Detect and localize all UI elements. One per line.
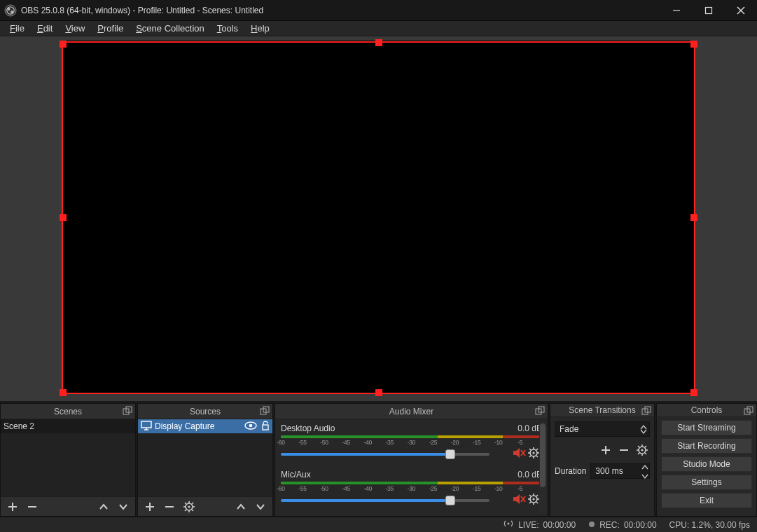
svg-line-33 [185,510,186,511]
mixer-track: Desktop Audio 0.0 dB -60 -55 -50 -45 -40… [281,424,542,460]
exit-button[interactable]: Exit [661,493,752,508]
move-scene-up-button[interactable] [96,499,111,514]
duration-value: 300 ms [595,466,623,476]
move-source-up-button[interactable] [233,499,249,514]
mute-button-icon[interactable] [513,447,525,461]
svg-point-51 [532,498,534,500]
mixer-meter [281,435,542,438]
add-source-button[interactable] [142,499,158,514]
track-settings-icon[interactable] [528,447,539,461]
remove-transition-button[interactable] [616,442,632,458]
svg-line-44 [529,449,531,450]
menu-edit[interactable]: Edit [32,22,58,35]
panel-header-sources[interactable]: Sources [138,404,272,419]
menu-help[interactable]: Help [245,22,275,35]
status-live-label: LIVE: [518,520,539,530]
resize-handle-middle-right[interactable] [690,214,697,221]
move-scene-down-button[interactable] [116,499,131,514]
menu-scene-collection[interactable]: Scene Collection [130,22,210,35]
panel-header-scenes[interactable]: Scenes [1,404,135,419]
mute-button-icon[interactable] [513,493,525,507]
move-source-down-button[interactable] [253,499,268,514]
source-item[interactable]: Display Capture [138,419,272,433]
resize-handle-bottom-left[interactable] [60,389,67,396]
resize-handle-bottom-right[interactable] [690,389,697,396]
svg-point-19 [249,424,253,427]
lock-toggle-icon[interactable] [261,421,270,433]
menu-view[interactable]: View [60,22,90,35]
start-recording-button[interactable]: Start Recording [661,438,752,454]
undock-icon[interactable] [260,406,270,418]
remove-scene-button[interactable] [25,499,40,514]
undock-icon[interactable] [744,406,753,418]
studio-mode-button[interactable]: Studio Mode [661,456,752,472]
undock-icon[interactable] [641,406,651,418]
window-maximize-button[interactable] [693,0,725,21]
duration-label: Duration [555,466,586,476]
status-rec-label: REC: [599,520,620,530]
mixer-scrollbar[interactable] [539,422,546,513]
bottom-docks: Scenes Scene 2 Sources [0,402,757,517]
svg-point-3 [11,10,13,13]
resize-handle-top-left[interactable] [60,41,67,48]
add-transition-button[interactable] [598,442,613,458]
panel-header-mixer[interactable]: Audio Mixer [275,404,548,419]
mixer-track: Mic/Aux 0.0 dB -60 -55 -50 -45 -40 -35 -… [281,470,542,506]
duration-spinbox[interactable]: 300 ms [590,463,650,479]
svg-point-39 [532,451,534,454]
svg-line-57 [536,502,538,503]
panel-header-transitions[interactable]: Scene Transitions [550,404,654,417]
preview-area[interactable] [0,36,757,402]
window-minimize-button[interactable] [660,0,693,21]
svg-line-58 [536,495,538,496]
svg-point-77 [508,522,510,524]
menu-tools[interactable]: Tools [211,22,244,35]
resize-handle-top-right[interactable] [690,41,697,48]
scenes-toolbar [1,496,135,516]
spin-up-icon[interactable] [642,461,648,471]
add-scene-button[interactable] [5,499,20,514]
menu-file[interactable]: File [4,22,30,35]
resize-handle-bottom-middle[interactable] [375,389,382,396]
svg-line-71 [638,446,639,447]
sources-toolbar [138,496,272,516]
remove-source-button[interactable] [162,499,177,514]
volume-slider[interactable] [281,449,489,460]
panel-title: Sources [190,407,221,416]
panel-audio-mixer: Audio Mixer Desktop Audio 0.0 dB [275,403,548,517]
menu-profile[interactable]: Profile [92,22,129,35]
transition-select[interactable]: Fade [555,421,650,437]
scene-item[interactable]: Scene 2 [1,419,135,433]
preview-canvas[interactable] [63,41,694,393]
status-live-time: 00:00:00 [543,520,576,530]
track-settings-icon[interactable] [528,493,539,507]
start-streaming-button[interactable]: Start Streaming [661,420,752,435]
settings-button[interactable]: Settings [661,475,752,490]
undock-icon[interactable] [535,406,545,418]
transition-properties-button[interactable] [634,442,650,458]
window-close-button[interactable] [725,0,757,21]
resize-handle-top-middle[interactable] [375,39,382,46]
svg-point-78 [589,522,595,527]
sources-list[interactable]: Display Capture [138,419,272,496]
panel-title: Scene Transitions [569,405,635,415]
panel-header-controls[interactable]: Controls [657,404,756,417]
svg-line-72 [645,453,646,454]
monitor-icon [141,421,152,433]
broadcast-icon [503,519,514,530]
volume-slider[interactable] [281,495,489,506]
svg-line-30 [185,503,186,504]
spin-down-icon[interactable] [642,471,648,481]
visibility-toggle-icon[interactable] [244,421,257,433]
svg-line-56 [529,495,531,496]
source-properties-button[interactable] [181,499,197,514]
mixer-track-name: Mic/Aux [281,470,311,479]
selection-outline[interactable] [62,41,695,394]
scenes-list[interactable]: Scene 2 [1,419,135,496]
svg-line-74 [638,453,639,454]
status-bar: LIVE: 00:00:00 REC: 00:00:00 CPU: 1.2%, … [0,517,757,532]
mixer-track-db: 0.0 dB [518,424,542,433]
undock-icon[interactable] [123,406,132,418]
transition-selected-label: Fade [560,424,578,434]
resize-handle-middle-left[interactable] [60,214,67,221]
